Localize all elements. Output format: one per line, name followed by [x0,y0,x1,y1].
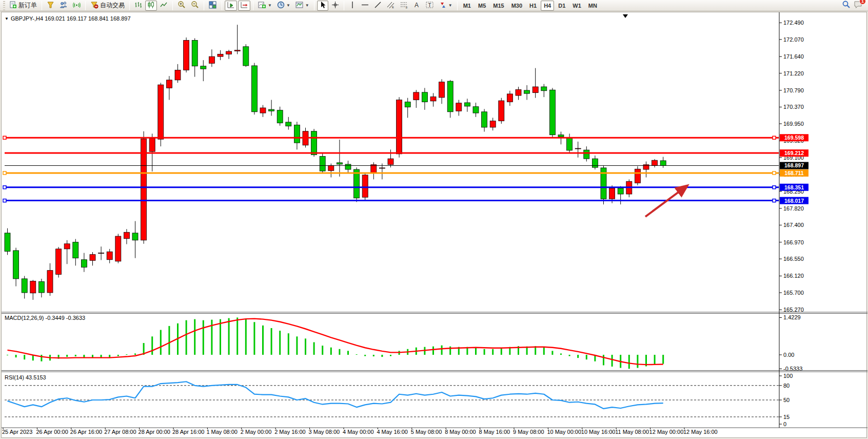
price-tick-label: 166.970 [783,239,804,245]
zoom-out-icon [191,1,199,10]
new-order-button[interactable]: 新订单 [7,1,39,11]
auto-scroll-icon [227,1,235,10]
price-chart[interactable]: 172.490172.070171.640171.220170.790170.3… [2,12,867,438]
time-axis-label: 12 May 00:00 [649,429,684,435]
vertical-line-button[interactable] [347,1,358,11]
line-handle[interactable] [773,171,776,175]
time-axis-label: 5 May 08:00 [411,429,442,435]
arrows-button[interactable]: ▼ [437,1,455,11]
bar-chart-button[interactable] [132,1,144,11]
macd-signal-line [8,319,663,365]
periods-icon [277,1,285,10]
auto-scroll-button[interactable] [225,1,237,11]
channel-icon: E [387,1,395,10]
vertical-line-icon [349,1,356,10]
chart-shift-icon [240,1,248,10]
price-tick-label: 167.400 [783,222,804,228]
price-tick-label: 167.820 [783,205,804,212]
zoom-in-icon [177,1,186,10]
price-tick-label: 169.950 [783,121,804,127]
text-icon: A [413,1,420,10]
price-marker-label: 168.351 [784,184,804,190]
fibonacci-button[interactable]: F [398,1,410,11]
timeframe-mn-button[interactable]: MN [585,1,600,11]
time-axis-label: 28 Apr 16:00 [172,429,204,435]
templates-icon [295,1,304,10]
templates-button[interactable]: ▼ [293,1,311,11]
periods-button[interactable]: ▼ [275,1,292,11]
zoom-in-button[interactable] [175,1,188,11]
tile-windows-button[interactable] [207,1,219,11]
cursor-button[interactable] [317,1,328,11]
timeframe-h1-button[interactable]: H1 [526,1,540,11]
time-axis-label: 2 May 00:00 [241,429,272,435]
time-axis-label: 9 May 08:00 [513,429,544,435]
toolbar-separator [129,1,130,10]
price-tick-label: 171.220 [783,70,804,77]
line-handle[interactable] [3,186,6,189]
zoom-out-button[interactable] [189,1,201,11]
time-axis-label: 27 Apr 08:00 [104,429,136,435]
macd-axis-label: 1.4229 [783,314,801,320]
text-label-button[interactable]: T [424,1,436,11]
line-chart-icon [160,1,168,10]
timeframe-w1-button[interactable]: W1 [569,1,584,11]
chevron-down-icon: ▼ [305,3,309,8]
signal-icon [73,1,81,10]
line-handle[interactable] [773,136,776,139]
time-axis-label: 28 Apr 00:00 [139,429,170,435]
timeframe-m1-button[interactable]: M1 [460,1,474,11]
chart-shift-button[interactable] [238,1,250,11]
auto-trading-button[interactable]: 自动交易 [88,1,127,11]
line-handle[interactable] [3,136,6,139]
tile-windows-icon [209,1,217,10]
accounts-button[interactable] [57,1,70,11]
text-button[interactable]: A [411,1,423,11]
time-axis-label: 3 May 08:00 [309,429,340,435]
toolbar-grip[interactable] [3,1,5,10]
price-marker-label: 168.711 [784,170,804,176]
price-marker-label: 169.212 [784,150,804,156]
time-axis-label: 26 Apr 00:00 [36,429,68,435]
line-handle[interactable] [773,199,776,202]
time-axis-label: 10 May 16:00 [581,429,616,435]
time-axis-label: 12 May 16:00 [683,429,718,435]
price-tick-label: 166.120 [783,273,804,279]
macd-axis-label: -0.5333 [783,366,802,372]
timeframe-m15-button[interactable]: M15 [490,1,507,11]
line-chart-button[interactable] [158,1,170,11]
toolbar-separator [85,1,86,10]
notifications-button[interactable]: 1 [854,1,863,11]
time-axis-label: 2 May 16:00 [274,429,306,435]
auto-trading-icon [90,1,98,10]
search-icon[interactable] [842,0,851,11]
crosshair-button[interactable] [329,1,341,11]
chart-shift-marker[interactable] [623,14,628,18]
price-marker-label: 168.897 [784,162,804,168]
line-handle[interactable] [773,186,776,189]
price-tick-label: 171.640 [783,53,804,60]
indicators-button[interactable]: ▼ [256,1,274,11]
candlestick-button[interactable] [145,1,157,11]
signal-button[interactable] [71,1,83,11]
price-tick-label: 172.490 [783,20,804,26]
channel-button[interactable]: E [385,1,397,11]
timeframe-h4-button[interactable]: H4 [541,1,554,11]
time-axis-label: 10 May 00:00 [547,429,581,435]
rsi-axis-label: 50 [783,397,790,403]
trendline-button[interactable] [372,1,384,11]
line-handle[interactable] [3,171,6,175]
timeframe-m5-button[interactable]: M5 [475,1,489,11]
line-handle[interactable] [3,199,6,202]
timeframe-m30-button[interactable]: M30 [508,1,525,11]
time-axis-label: 4 May 00:00 [343,429,374,435]
timeframe-d1-button[interactable]: D1 [555,1,568,11]
triangle-down-icon: ▼ [5,16,9,21]
horizontal-line-button[interactable] [359,1,371,11]
funnel-button[interactable] [45,1,56,11]
rsi-value: 43.5153 [26,374,46,380]
chart-window[interactable]: 172.490172.070171.640171.220170.790170.3… [1,12,867,438]
toolbar-separator [204,1,204,10]
auto-trading-label: 自动交易 [100,1,125,10]
toolbar-separator [253,1,253,10]
